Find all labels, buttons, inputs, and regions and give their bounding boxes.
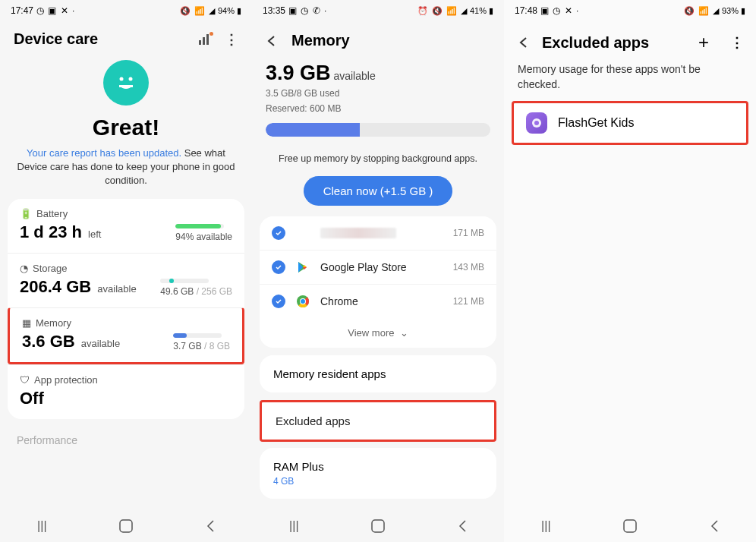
memory-resident-apps-row[interactable]: Memory resident apps (260, 355, 496, 392)
memory-icon: ▦ (22, 317, 31, 329)
freeup-text: Free up memory by stopping background ap… (252, 144, 504, 173)
screen-memory: 13:35 ▣ ◷ ✆ · ⏰ 🔇 📶 ◢ 41% ▮ Memory 3.9 G… (252, 0, 504, 542)
status-bar: 17:47 ◷ ▣ ✕ · 🔇 📶 ◢ 94% ▮ (0, 0, 252, 21)
screen-excluded-apps: 17:48 ▣ ◷ ✕ · 🔇 📶 ◢ 93% ▮ Excluded apps … (504, 0, 756, 542)
app-name-redacted (320, 228, 396, 238)
svg-rect-12 (624, 520, 636, 532)
back-button[interactable] (202, 518, 219, 534)
checkbox-checked-icon[interactable] (272, 260, 285, 274)
app-row[interactable]: Google Play Store 143 MB (260, 250, 496, 284)
recents-button[interactable]: ||| (33, 518, 50, 534)
status-time: 13:35 (263, 5, 285, 16)
excluded-app-name: FlashGet Kids (558, 116, 634, 130)
status-bar: 17:48 ▣ ◷ ✕ · 🔇 📶 ◢ 93% ▮ (504, 0, 756, 21)
status-right-icons: 🔇 📶 ◢ (684, 6, 720, 16)
app-name: Google Play Store (320, 261, 444, 273)
recents-button[interactable]: ||| (537, 518, 554, 534)
status-time: 17:47 (11, 5, 33, 16)
status-battery: 93% (722, 6, 739, 15)
memory-bar (173, 333, 222, 338)
view-more-button[interactable]: View more ⌄ (260, 318, 496, 348)
svg-rect-3 (120, 520, 132, 532)
memory-row[interactable]: ▦Memory 3.6 GB available 3.7 GB / 8 GB (8, 307, 244, 364)
app-row[interactable]: Chrome 121 MB (260, 284, 496, 318)
back-button[interactable] (706, 518, 723, 534)
status-battery: 94% (218, 6, 235, 15)
add-icon[interactable]: + (698, 32, 709, 53)
chrome-icon (295, 293, 311, 310)
status-face-icon (103, 60, 149, 106)
svg-rect-9 (372, 520, 384, 532)
app-size: 171 MB (453, 228, 484, 238)
page-title: Memory (291, 32, 350, 49)
page-title: Excluded apps (542, 34, 688, 52)
back-icon[interactable] (264, 33, 279, 49)
memory-reserved-line: Reserved: 600 MB (266, 102, 490, 115)
status-battery: 41% (470, 6, 487, 15)
home-button[interactable] (118, 518, 134, 534)
more-icon[interactable]: ⋮ (730, 34, 744, 51)
memory-progress-bar (266, 123, 490, 137)
home-button[interactable] (370, 518, 386, 534)
ram-plus-row[interactable]: RAM Plus 4 GB (260, 448, 496, 499)
status-description: Your care report has been updated. See w… (11, 147, 241, 188)
app-size: 143 MB (453, 262, 484, 273)
svg-point-1 (129, 77, 133, 81)
performance-section: Performance (0, 427, 252, 454)
svg-rect-2 (119, 85, 133, 87)
more-icon[interactable]: ⋮ (225, 31, 238, 48)
app-name: Chrome (320, 295, 444, 307)
screen-device-care: 17:47 ◷ ▣ ✕ · 🔇 📶 ◢ 94% ▮ Device care ⋮ … (0, 0, 252, 542)
report-icon[interactable] (199, 34, 211, 45)
home-button[interactable] (622, 518, 638, 534)
storage-row[interactable]: ◔Storage 206.4 GB available 49.6 GB / 25… (8, 253, 244, 307)
battery-small-icon: 🔋 (20, 208, 32, 219)
status-left-icons: ▣ ◷ ✆ · (288, 5, 327, 16)
app-row[interactable]: 171 MB (260, 216, 496, 250)
back-icon[interactable] (516, 35, 531, 50)
battery-icon: ▮ (237, 6, 241, 16)
clean-now-button[interactable]: Clean now (+1.5 GB ) (304, 176, 453, 206)
status-bar: 13:35 ▣ ◷ ✆ · ⏰ 🔇 📶 ◢ 41% ▮ (252, 0, 504, 21)
app-icon (295, 225, 311, 241)
android-nav-bar: ||| (252, 510, 504, 542)
status-time: 17:48 (515, 5, 537, 16)
checkbox-checked-icon[interactable] (272, 226, 285, 240)
svg-point-0 (120, 77, 124, 81)
status-right-icons: ⏰ 🔇 📶 ◢ (417, 6, 468, 16)
android-nav-bar: ||| (504, 510, 756, 542)
app-size: 121 MB (453, 296, 484, 307)
svg-point-8 (301, 299, 305, 304)
back-button[interactable] (454, 518, 471, 534)
checkbox-checked-icon[interactable] (272, 295, 285, 308)
app-protection-row[interactable]: 🛡App protection Off (8, 364, 244, 419)
recents-button[interactable]: ||| (285, 518, 302, 534)
ram-plus-value: 4 GB (273, 476, 483, 487)
android-nav-bar: ||| (0, 510, 252, 542)
apps-list: 171 MB Google Play Store 143 MB Chrome 1… (260, 216, 496, 348)
excluded-app-row[interactable]: FlashGet Kids (512, 101, 748, 145)
google-play-icon (295, 259, 311, 276)
chevron-down-icon: ⌄ (400, 327, 408, 339)
battery-bar (175, 224, 224, 228)
flashget-kids-icon (526, 112, 547, 134)
svg-point-11 (534, 121, 539, 125)
battery-icon: ▮ (489, 6, 493, 16)
status-heading: Great! (11, 115, 241, 140)
storage-bar (160, 279, 209, 283)
battery-icon: ▮ (741, 6, 745, 16)
status-left-icons: ▣ ◷ ✕ · (540, 5, 579, 16)
status-left-icons: ◷ ▣ ✕ · (36, 5, 75, 16)
memory-available: 3.9 GB available (266, 61, 490, 85)
storage-icon: ◔ (20, 263, 28, 274)
status-right-icons: 🔇 📶 ◢ (180, 6, 216, 16)
battery-row[interactable]: 🔋Battery 1 d 23 h left 94% available (8, 199, 244, 253)
page-description: Memory usage for these apps won't be che… (504, 59, 756, 101)
shield-icon: 🛡 (20, 374, 30, 386)
page-title: Device care (14, 30, 98, 48)
memory-used-line: 3.5 GB/8 GB used (266, 87, 490, 100)
excluded-apps-row[interactable]: Excluded apps (260, 400, 496, 442)
